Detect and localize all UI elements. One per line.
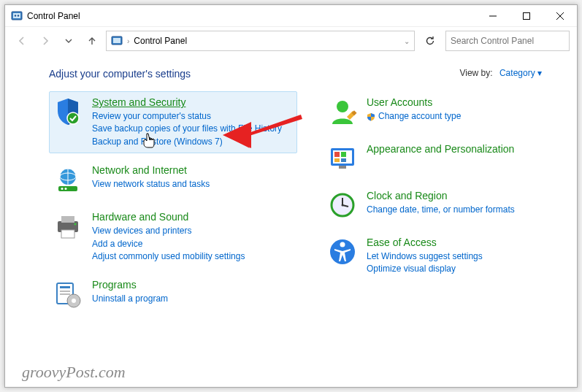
- chevron-down-icon: [65, 37, 72, 45]
- svg-point-29: [337, 101, 348, 112]
- svg-rect-5: [524, 12, 530, 19]
- network-icon: [53, 164, 83, 195]
- chevron-down-icon: ▾: [537, 68, 542, 78]
- svg-rect-25: [60, 291, 70, 292]
- back-button[interactable]: [12, 31, 31, 50]
- task-link[interactable]: View network status and tasks: [92, 178, 292, 191]
- svg-point-3: [18, 15, 19, 16]
- category-user-accounts[interactable]: User Accounts Change account type: [323, 91, 528, 132]
- category-network-internet[interactable]: Network and Internet View network status…: [49, 159, 297, 200]
- maximize-button[interactable]: [510, 5, 543, 27]
- svg-rect-35: [334, 158, 340, 162]
- close-button[interactable]: [543, 5, 577, 27]
- chevron-right-icon: ›: [127, 37, 129, 45]
- svg-point-22: [74, 223, 77, 226]
- category-ease-of-access[interactable]: Ease of Access Let Windows suggest setti…: [323, 231, 528, 281]
- category-title[interactable]: Programs: [92, 279, 137, 291]
- window-frame: Control Panel › Control P: [4, 4, 578, 388]
- task-link[interactable]: Uninstall a program: [92, 293, 292, 305]
- task-link[interactable]: Optimize visual display: [367, 263, 523, 275]
- category-system-security[interactable]: System and Security Review your computer…: [49, 91, 297, 153]
- search-box[interactable]: [445, 31, 570, 51]
- svg-rect-20: [61, 216, 74, 223]
- category-title[interactable]: System and Security: [92, 96, 185, 108]
- appearance-icon: [327, 143, 358, 174]
- window-title: Control Panel: [27, 11, 80, 21]
- svg-rect-9: [113, 38, 120, 43]
- view-by-dropdown[interactable]: Category ▾: [499, 68, 542, 78]
- svg-rect-37: [339, 166, 346, 169]
- svg-point-28: [72, 299, 76, 303]
- category-column-left: System and Security Review your computer…: [49, 91, 297, 315]
- task-link[interactable]: View devices and printers: [92, 225, 292, 237]
- shield-icon: [53, 96, 83, 127]
- control-panel-icon: [11, 10, 23, 22]
- refresh-button[interactable]: [419, 31, 441, 51]
- content-area: Adjust your computer's settings View by:…: [5, 55, 577, 322]
- category-title[interactable]: User Accounts: [367, 96, 432, 108]
- uac-shield-icon: [367, 112, 375, 121]
- category-title[interactable]: Network and Internet: [92, 164, 187, 176]
- clock-icon: [327, 190, 358, 220]
- user-icon: [327, 96, 358, 127]
- svg-point-18: [65, 188, 67, 190]
- recent-locations-button[interactable]: [59, 31, 78, 50]
- svg-point-41: [342, 204, 344, 207]
- maximize-icon: [523, 12, 530, 20]
- navigation-bar: › Control Panel ⌄: [5, 27, 577, 55]
- category-grid: System and Security Review your computer…: [49, 91, 548, 315]
- view-by-label: View by:: [459, 68, 492, 78]
- refresh-icon: [424, 35, 436, 47]
- category-appearance[interactable]: Appearance and Personalization: [323, 138, 528, 179]
- accessibility-icon: [327, 237, 358, 267]
- up-button[interactable]: [83, 31, 102, 50]
- svg-rect-26: [60, 293, 70, 295]
- svg-rect-36: [341, 158, 346, 162]
- svg-rect-24: [60, 286, 70, 288]
- task-link[interactable]: Let Windows suggest settings: [367, 250, 523, 263]
- task-link[interactable]: Change account type: [367, 110, 461, 123]
- arrow-left-icon: [16, 35, 28, 47]
- svg-rect-34: [341, 152, 346, 157]
- close-icon: [556, 12, 564, 20]
- address-text: Control Panel: [134, 36, 399, 46]
- svg-rect-21: [61, 230, 74, 238]
- titlebar: Control Panel: [5, 5, 577, 27]
- watermark: groovyPost.com: [22, 363, 126, 382]
- task-link[interactable]: Add a device: [92, 238, 292, 250]
- arrow-right-icon: [39, 35, 51, 47]
- chevron-down-icon[interactable]: ⌄: [404, 37, 410, 45]
- view-by-control: View by: Category ▾: [459, 68, 542, 78]
- category-hardware-sound[interactable]: Hardware and Sound View devices and prin…: [49, 206, 297, 268]
- task-link[interactable]: Review your computer's status: [92, 110, 292, 123]
- task-link[interactable]: Backup and Restore (Windows 7): [92, 136, 292, 148]
- arrow-up-icon: [86, 35, 98, 47]
- category-clock-region[interactable]: Clock and Region Change date, time, or n…: [323, 185, 528, 226]
- printer-icon: [53, 211, 83, 242]
- view-by-value: Category: [499, 68, 535, 78]
- minimize-button[interactable]: [476, 5, 510, 27]
- svg-point-2: [15, 15, 16, 16]
- category-title[interactable]: Clock and Region: [367, 190, 448, 201]
- task-link[interactable]: Change date, time, or number formats: [367, 204, 523, 216]
- svg-point-17: [61, 188, 64, 190]
- forward-button[interactable]: [36, 31, 55, 50]
- control-panel-icon: [111, 35, 123, 47]
- category-title[interactable]: Hardware and Sound: [92, 211, 188, 223]
- category-title[interactable]: Appearance and Personalization: [367, 143, 514, 155]
- svg-rect-33: [334, 152, 340, 157]
- category-column-right: User Accounts Change account type: [323, 91, 528, 315]
- search-input[interactable]: [451, 36, 560, 46]
- task-link[interactable]: Save backup copies of your files with Fi…: [92, 123, 292, 135]
- svg-point-12: [67, 112, 79, 124]
- task-link[interactable]: Adjust commonly used mobility settings: [92, 250, 292, 263]
- svg-rect-1: [13, 13, 20, 18]
- minimize-icon: [489, 12, 497, 20]
- programs-icon: [53, 279, 83, 310]
- address-bar[interactable]: › Control Panel ⌄: [106, 31, 415, 51]
- svg-point-43: [340, 242, 345, 247]
- category-programs[interactable]: Programs Uninstall a program: [49, 274, 297, 315]
- category-title[interactable]: Ease of Access: [367, 237, 437, 248]
